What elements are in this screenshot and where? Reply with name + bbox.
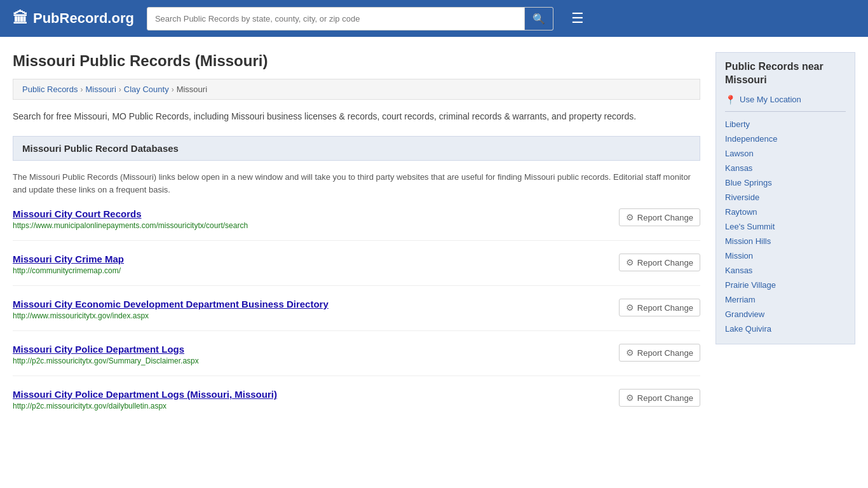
record-url-2[interactable]: http://www.missouricitytx.gov/index.aspx (13, 311, 329, 320)
nearby-link-3[interactable]: Kansas (725, 161, 846, 175)
record-item: Missouri City Economic Development Depar… (13, 299, 700, 331)
page-description: Search for free Missouri, MO Public Reco… (13, 110, 700, 123)
record-item: Missouri City Police Department Logs htt… (13, 344, 700, 376)
record-url-3[interactable]: http://p2c.missouricitytx.gov/Summary_Di… (13, 356, 199, 365)
report-change-button-1[interactable]: ⚙ Report Change (619, 254, 700, 271)
use-location-link[interactable]: 📍 Use My Location (725, 95, 846, 105)
record-content: Missouri City Economic Development Depar… (13, 299, 329, 320)
record-content: Missouri City Police Department Logs htt… (13, 344, 199, 365)
report-change-button-0[interactable]: ⚙ Report Change (619, 208, 700, 226)
report-change-label-3: Report Change (637, 348, 693, 358)
breadcrumb-clay-county[interactable]: Clay County (124, 85, 169, 94)
nearby-link-14[interactable]: Lake Quivira (725, 322, 846, 336)
record-content: Missouri City Crime Map http://community… (13, 254, 124, 275)
record-title-0[interactable]: Missouri City Court Records (13, 208, 142, 219)
nearby-link-1[interactable]: Independence (725, 132, 846, 146)
breadcrumb-current: Missouri (177, 85, 207, 94)
nearby-link-2[interactable]: Lawson (725, 146, 846, 161)
use-location-label: Use My Location (740, 95, 801, 104)
nearby-link-5[interactable]: Riverside (725, 190, 846, 205)
record-content: Missouri City Court Records https://www.… (13, 208, 248, 230)
record-item: Missouri City Police Department Logs (Mi… (13, 389, 700, 421)
hamburger-menu-button[interactable]: ☰ (566, 8, 589, 29)
report-change-button-3[interactable]: ⚙ Report Change (619, 344, 700, 362)
breadcrumb-sep-2: › (119, 85, 121, 94)
record-row: Missouri City Economic Development Depar… (13, 299, 700, 320)
record-content: Missouri City Police Department Logs (Mi… (13, 389, 277, 410)
record-row: Missouri City Police Department Logs htt… (13, 344, 700, 365)
record-url-4[interactable]: http://p2c.missouricitytx.gov/dailybulle… (13, 402, 277, 410)
record-title-1[interactable]: Missouri City Crime Map (13, 254, 124, 264)
breadcrumb-sep-3: › (172, 85, 174, 94)
location-icon: 📍 (725, 95, 736, 105)
record-row: Missouri City Court Records https://www.… (13, 208, 700, 230)
search-button[interactable]: 🔍 (524, 8, 553, 30)
record-item: Missouri City Court Records https://www.… (13, 208, 700, 241)
nearby-links-container: LibertyIndependenceLawsonKansasBlue Spri… (725, 117, 846, 336)
report-change-label-0: Report Change (637, 213, 693, 222)
report-change-label-1: Report Change (637, 258, 693, 268)
report-change-button-4[interactable]: ⚙ Report Change (619, 389, 700, 407)
record-row: Missouri City Crime Map http://community… (13, 254, 700, 275)
site-logo[interactable]: 🏛 PubRecord.org (13, 10, 134, 27)
nearby-link-10[interactable]: Kansas (725, 263, 846, 278)
record-title-2[interactable]: Missouri City Economic Development Depar… (13, 299, 329, 309)
nearby-link-12[interactable]: Merriam (725, 292, 846, 307)
record-item: Missouri City Crime Map http://community… (13, 254, 700, 286)
sidebar-divider (725, 111, 846, 112)
report-icon-0: ⚙ (626, 212, 634, 222)
breadcrumb-sep-1: › (80, 85, 83, 94)
nearby-link-9[interactable]: Mission (725, 248, 846, 263)
sidebar: Public Records near Missouri 📍 Use My Lo… (715, 52, 855, 433)
breadcrumb-missouri-state[interactable]: Missouri (85, 85, 116, 94)
record-row: Missouri City Police Department Logs (Mi… (13, 389, 700, 410)
record-title-3[interactable]: Missouri City Police Department Logs (13, 344, 184, 355)
db-description: The Missouri Public Records (Missouri) l… (13, 171, 700, 196)
breadcrumb-public-records[interactable]: Public Records (22, 85, 78, 94)
report-change-label-2: Report Change (637, 303, 693, 313)
nearby-link-11[interactable]: Prairie Village (725, 278, 846, 292)
nearby-link-8[interactable]: Mission Hills (725, 234, 846, 248)
nearby-link-6[interactable]: Raytown (725, 205, 846, 219)
report-icon-3: ⚙ (626, 348, 634, 358)
record-url-1[interactable]: http://communitycrimemap.com/ (13, 266, 124, 275)
site-header: 🏛 PubRecord.org 🔍 ☰ (0, 0, 868, 37)
sidebar-box: Public Records near Missouri 📍 Use My Lo… (715, 52, 855, 344)
record-title-4[interactable]: Missouri City Police Department Logs (Mi… (13, 389, 277, 400)
page-title: Missouri Public Records (Missouri) (13, 52, 700, 70)
logo-icon: 🏛 (13, 10, 28, 27)
search-bar: 🔍 (147, 7, 553, 30)
report-change-label-4: Report Change (637, 393, 693, 403)
nearby-link-7[interactable]: Lee's Summit (725, 219, 846, 234)
report-icon-2: ⚙ (626, 302, 634, 313)
main-container: Missouri Public Records (Missouri) Publi… (0, 37, 868, 459)
record-url-0[interactable]: https://www.municipalonlinepayments.com/… (13, 221, 248, 230)
nearby-link-13[interactable]: Grandview (725, 307, 846, 322)
sidebar-title: Public Records near Missouri (725, 60, 846, 87)
breadcrumb: Public Records › Missouri › Clay County … (13, 79, 700, 100)
section-header: Missouri Public Record Databases (13, 136, 700, 161)
report-icon-4: ⚙ (626, 393, 634, 403)
records-list: Missouri City Court Records https://www.… (13, 208, 700, 421)
nearby-link-0[interactable]: Liberty (725, 117, 846, 132)
nearby-link-4[interactable]: Blue Springs (725, 175, 846, 190)
search-input[interactable] (147, 9, 524, 29)
logo-text: PubRecord.org (33, 10, 134, 27)
report-change-button-2[interactable]: ⚙ Report Change (619, 299, 700, 316)
content-area: Missouri Public Records (Missouri) Publi… (13, 52, 700, 433)
report-icon-1: ⚙ (626, 257, 634, 268)
